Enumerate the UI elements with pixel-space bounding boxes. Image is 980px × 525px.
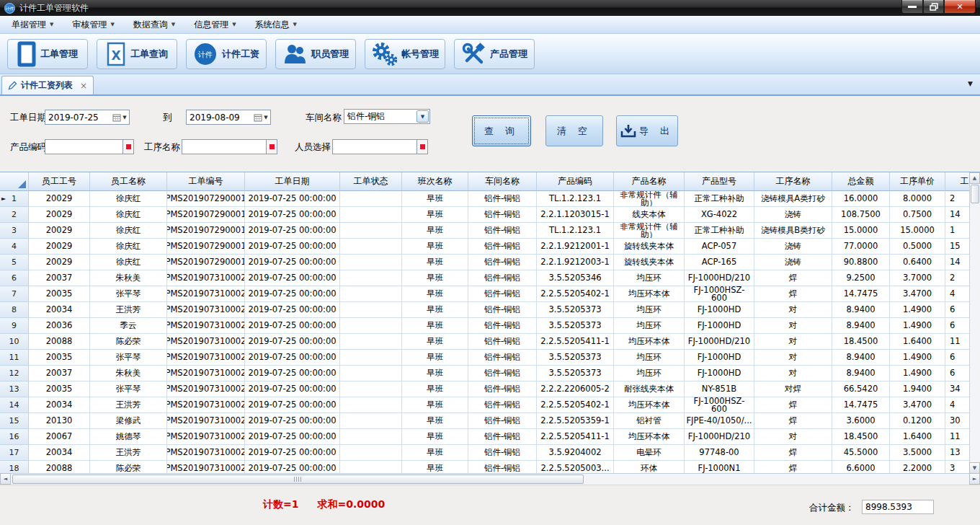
table-row[interactable]: 520029徐庆红PMS2019072900012019-07-25 00:00…: [0, 255, 980, 270]
process-picker-button[interactable]: [266, 140, 277, 154]
minimize-button[interactable]: [901, 0, 923, 14]
table-row[interactable]: 1520130梁修武PMS2019073100022019-07-25 00:0…: [0, 413, 980, 429]
table-row[interactable]: 1820088陈必荣PMS2019073100022019-07-25 00:0…: [0, 461, 980, 474]
clear-button[interactable]: 清 空: [545, 115, 603, 146]
column-header-label: 员工名称: [111, 175, 146, 188]
work-order-query-button[interactable]: X工单查询: [97, 39, 177, 69]
column-header-10[interactable]: 产品型号: [685, 172, 754, 191]
restore-button[interactable]: [923, 0, 944, 14]
row-header[interactable]: 2: [0, 207, 29, 223]
row-header[interactable]: 16: [0, 429, 29, 445]
table-cell: [340, 366, 402, 381]
scroll-right-icon[interactable]: ►: [969, 473, 980, 485]
table-cell: 20088: [29, 461, 90, 474]
table-row[interactable]: 920036季云PMS2019073100022019-07-25 00:00:…: [0, 318, 980, 334]
table-row[interactable]: 620037朱秋美PMS2019073100022019-07-25 00:00…: [0, 270, 980, 286]
table-cell: PMS201907290001: [167, 191, 245, 207]
vertical-scroll-thumb[interactable]: [971, 185, 979, 203]
column-header-3[interactable]: 工单编号: [167, 172, 245, 191]
column-header-12[interactable]: 总金额: [832, 172, 890, 191]
scroll-down-icon[interactable]: ▼: [969, 462, 980, 474]
order-date-to-input[interactable]: 2019-08-09 ▼: [186, 110, 271, 125]
row-header[interactable]: 9: [0, 318, 29, 334]
table-row[interactable]: 1420034王洪芳PMS2019073100022019-07-25 00:0…: [0, 397, 980, 413]
row-header[interactable]: 7: [0, 286, 29, 302]
row-header[interactable]: 3: [0, 223, 29, 239]
table-row[interactable]: 1320035张平琴PMS2019073100022019-07-25 00:0…: [0, 381, 980, 397]
column-header-2[interactable]: 员工名称: [90, 172, 167, 191]
total-amount-field[interactable]: 8998.5393: [862, 500, 934, 514]
table-cell: 1.9400: [890, 381, 945, 397]
close-button[interactable]: ✕: [944, 0, 976, 14]
menu-item-1[interactable]: 单据管理▼: [6, 17, 59, 32]
horizontal-scrollbar[interactable]: ◄ ►: [0, 473, 980, 485]
table-row[interactable]: 1120035张平琴PMS2019073100022019-07-25 00:0…: [0, 350, 980, 366]
tab-piecework-wage-list[interactable]: 计件工资列表 ×: [1, 76, 94, 94]
column-header-13[interactable]: 工序单价: [890, 172, 945, 191]
product-management-button[interactable]: 产品管理: [454, 39, 535, 69]
menu-item-5[interactable]: 系统信息▼: [249, 17, 303, 32]
table-row[interactable]: 1220037朱秋美PMS2019073100022019-07-25 00:0…: [0, 366, 980, 381]
product-code-input[interactable]: [45, 139, 134, 154]
product-code-picker-button[interactable]: [122, 140, 133, 154]
horizontal-scroll-thumb[interactable]: [12, 475, 584, 484]
column-header-1[interactable]: 员工工号: [29, 172, 90, 191]
column-header-4[interactable]: 工单日期: [245, 172, 340, 191]
row-header[interactable]: 14: [0, 397, 29, 413]
combo-dropdown-button[interactable]: ▼: [416, 110, 429, 123]
account-management-button[interactable]: 帐号管理: [365, 39, 445, 69]
vertical-scrollbar[interactable]: ▲ ▼: [969, 172, 980, 474]
export-button-label: 导 出: [639, 125, 674, 138]
row-header[interactable]: 11: [0, 350, 29, 366]
menu-item-2[interactable]: 审核管理▼: [66, 17, 120, 32]
table-cell: 朱秋美: [90, 366, 167, 381]
query-button[interactable]: 查 询: [472, 115, 531, 146]
table-row[interactable]: 320029徐庆红PMS2019072900012019-07-25 00:00…: [0, 223, 980, 239]
select-all-corner[interactable]: [0, 172, 29, 191]
row-header[interactable]: 4: [0, 239, 29, 255]
row-header[interactable]: 10: [0, 334, 29, 350]
row-header[interactable]: 18: [0, 461, 29, 474]
column-header-6[interactable]: 班次名称: [402, 172, 468, 191]
process-name-input[interactable]: [182, 139, 277, 154]
column-header-5[interactable]: 工单状态: [340, 172, 402, 191]
row-header[interactable]: 5: [0, 255, 29, 270]
scroll-up-icon[interactable]: ▲: [969, 172, 980, 184]
table-row[interactable]: 420029徐庆红PMS2019072900012019-07-25 00:00…: [0, 239, 980, 255]
row-header[interactable]: 13: [0, 381, 29, 397]
column-header-11[interactable]: 工序名称: [754, 172, 832, 191]
tab-list-dropdown-icon[interactable]: ▼: [968, 80, 973, 87]
work-order-management-button[interactable]: 工单管理: [7, 39, 88, 69]
calendar-dropdown-button[interactable]: ▼: [251, 110, 270, 124]
menu-item-4[interactable]: 信息管理▼: [188, 17, 241, 32]
table-row[interactable]: ►120029徐庆红PMS2019072900012019-07-25 00:0…: [0, 191, 980, 207]
order-date-from-input[interactable]: 2019-07-25 ▼: [45, 110, 130, 125]
calendar-dropdown-button[interactable]: ▼: [110, 110, 129, 124]
workshop-combobox[interactable]: 铝件-铜铝 ▼: [344, 109, 430, 124]
table-row[interactable]: 1620067姚德琴PMS2019073100022019-07-25 00:0…: [0, 429, 980, 445]
table-row[interactable]: 820034王洪芳PMS2019073100022019-07-25 00:00…: [0, 302, 980, 318]
column-header-8[interactable]: 产品编码: [537, 172, 614, 191]
scroll-left-icon[interactable]: ◄: [0, 473, 11, 485]
row-header[interactable]: ►1: [0, 191, 29, 207]
table-row[interactable]: 220029徐庆红PMS2019072900012019-07-25 00:00…: [0, 207, 980, 223]
person-select-input[interactable]: [332, 139, 428, 154]
table-row[interactable]: 1020088陈必荣PMS2019073100022019-07-25 00:0…: [0, 334, 980, 350]
table-row[interactable]: 1720034王洪芳PMS2019073100022019-07-25 00:0…: [0, 445, 980, 461]
column-header-9[interactable]: 产品名称: [614, 172, 685, 191]
row-header[interactable]: 15: [0, 413, 29, 429]
staff-management-button[interactable]: 职员管理: [275, 39, 356, 69]
tab-close-icon[interactable]: ×: [80, 81, 87, 91]
table-row[interactable]: 720035张平琴PMS2019073100022019-07-25 00:00…: [0, 286, 980, 302]
menu-item-3[interactable]: 数据查询▼: [128, 17, 181, 32]
piecework-wage-button[interactable]: 计件计件工资: [186, 39, 267, 69]
row-header[interactable]: 8: [0, 302, 29, 318]
row-header[interactable]: 12: [0, 366, 29, 381]
row-header[interactable]: 6: [0, 270, 29, 286]
column-header-7[interactable]: 车间名称: [468, 172, 537, 191]
person-picker-button[interactable]: [416, 140, 427, 154]
row-header[interactable]: 17: [0, 445, 29, 461]
table-cell: 早班: [402, 286, 468, 302]
export-button[interactable]: 导 出: [616, 115, 678, 146]
toolbar-button-label: 帐号管理: [401, 48, 439, 61]
